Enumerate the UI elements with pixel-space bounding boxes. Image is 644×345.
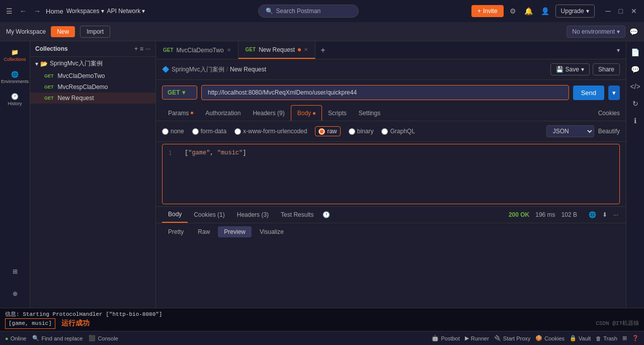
sidebar-item-environments[interactable]: 🌐 Environments xyxy=(5,67,25,88)
back-icon[interactable]: ← xyxy=(18,5,29,17)
option-none[interactable]: none xyxy=(162,128,184,135)
rs-refresh-icon[interactable]: ↻ xyxy=(629,97,641,111)
content-area: GET MvcClaDemoTwo ✕ GET New Request ✕ + … xyxy=(156,41,626,308)
send-dropdown[interactable]: ▾ xyxy=(608,85,620,100)
tab-scripts[interactable]: Scripts xyxy=(322,106,353,121)
upgrade-button[interactable]: Upgrade ▾ xyxy=(555,5,595,18)
home-link[interactable]: Home xyxy=(46,8,63,15)
sidebar-item-more[interactable]: ⊞ xyxy=(5,262,25,282)
prev-tab-pretty[interactable]: Pretty xyxy=(162,226,190,237)
tabs-dropdown[interactable]: ▾ xyxy=(615,45,622,56)
tab-body[interactable]: Body xyxy=(291,105,322,121)
settings-icon[interactable]: ⚙ xyxy=(508,5,518,17)
workspaces-menu[interactable]: Workspaces ▾ xyxy=(66,8,104,15)
online-indicator[interactable]: ● Online xyxy=(5,335,26,341)
forward-icon[interactable]: → xyxy=(32,5,43,17)
minimize-button[interactable]: ─ xyxy=(603,6,614,16)
sidebar-item-history[interactable]: 🕐 History xyxy=(5,90,25,110)
share-button[interactable]: Share xyxy=(593,63,620,75)
radio-form-data[interactable] xyxy=(192,128,199,135)
user-avatar[interactable]: 👤 xyxy=(539,5,551,17)
postbot-button[interactable]: 🤖 Postbot xyxy=(432,335,459,341)
rs-comment-icon[interactable]: 💬 xyxy=(628,62,642,76)
close-button[interactable]: ✕ xyxy=(628,6,640,16)
tab-mvcclademo[interactable]: GET MvcClaDemoTwo ✕ xyxy=(156,41,238,59)
format-select[interactable]: JSON Text JavaScript XML xyxy=(546,125,594,137)
console-line-2: [game, music] 运行成功 CSDN @IT机器猫 xyxy=(5,318,639,329)
bell-icon[interactable]: 🔔 xyxy=(522,5,535,17)
tab-add-button[interactable]: + xyxy=(315,46,330,55)
url-input[interactable] xyxy=(201,85,569,100)
find-replace-button[interactable]: 🔍 Find and replace xyxy=(32,335,83,341)
runner-button[interactable]: ▶ Runner xyxy=(465,335,489,341)
tab-authorization[interactable]: Authorization xyxy=(199,106,247,121)
more-resp-icon[interactable]: ··· xyxy=(612,210,620,220)
tab-close-1[interactable]: ✕ xyxy=(227,47,231,53)
option-raw[interactable]: raw xyxy=(315,126,340,136)
globe-icon[interactable]: 🌐 xyxy=(587,210,598,220)
option-x-www[interactable]: x-www-form-urlencoded xyxy=(234,128,307,135)
rs-info-icon[interactable]: ℹ xyxy=(631,114,639,128)
comment-icon[interactable]: 💬 xyxy=(629,28,638,36)
bottom-right: 🤖 Postbot ▶ Runner 🔌 Start Proxy 🍪 Cooki… xyxy=(432,335,639,341)
option-binary[interactable]: binary xyxy=(349,128,374,135)
tree-item-newrequest[interactable]: GET New Request xyxy=(30,93,155,104)
rs-doc-icon[interactable]: 📄 xyxy=(628,45,642,59)
tab-newrequest[interactable]: GET New Request ✕ xyxy=(238,41,316,59)
menu-icon[interactable]: ☰ xyxy=(4,5,15,17)
sort-icon[interactable]: ≡ xyxy=(140,45,143,52)
vault-button[interactable]: 🔒 Vault xyxy=(570,335,591,341)
radio-none[interactable] xyxy=(162,128,169,135)
send-button[interactable]: Send xyxy=(573,85,604,100)
tab-params[interactable]: Params xyxy=(162,106,199,121)
top-bar-right: + Invite ⚙ 🔔 👤 Upgrade ▾ ─ □ ✕ xyxy=(471,5,640,18)
prev-tab-visualize[interactable]: Visualize xyxy=(254,226,290,237)
trash-label: Trash xyxy=(603,335,617,341)
tab-settings[interactable]: Settings xyxy=(353,106,386,121)
radio-x-www[interactable] xyxy=(234,128,241,135)
save-resp-icon[interactable]: ⬇ xyxy=(601,210,609,220)
prev-tab-preview[interactable]: Preview xyxy=(218,226,252,237)
trash-button[interactable]: 🗑 Trash xyxy=(596,335,617,341)
add-collection-icon[interactable]: + xyxy=(134,45,138,52)
more-options-icon[interactable]: ··· xyxy=(145,45,150,52)
radio-raw[interactable] xyxy=(318,128,325,135)
radio-graphql[interactable] xyxy=(381,128,388,135)
rs-code-icon[interactable]: </> xyxy=(627,79,643,94)
grid-icon[interactable]: ⊞ xyxy=(622,335,627,341)
tree-item-mvcclademo[interactable]: GET MvcClaDemoTwo xyxy=(30,70,155,81)
help-icon[interactable]: ❓ xyxy=(632,335,639,341)
resp-tab-body[interactable]: Body xyxy=(162,207,188,223)
method-select[interactable]: GET ▾ xyxy=(162,85,197,100)
new-button[interactable]: New xyxy=(51,26,75,37)
beautify-button[interactable]: Beautify xyxy=(598,128,620,135)
cookies-bottom-button[interactable]: 🍪 Cookies xyxy=(535,335,565,341)
tree-folder-springmvc[interactable]: ▾ 📂 SpringMvc入门案例 xyxy=(30,57,155,70)
search-postman[interactable]: 🔍 Search Postman xyxy=(258,5,359,18)
item-name-mvcclademo: MvcClaDemoTwo xyxy=(58,72,105,79)
code-editor[interactable]: 1 ["game", "music"] xyxy=(162,144,620,204)
prev-tab-raw[interactable]: Raw xyxy=(192,226,216,237)
tab-headers[interactable]: Headers (9) xyxy=(247,106,290,121)
cookies-link[interactable]: Cookies xyxy=(598,110,620,117)
more-icon: ⊞ xyxy=(13,268,18,275)
api-network-menu[interactable]: API Network ▾ xyxy=(107,8,145,15)
resp-tab-tests[interactable]: Test Results xyxy=(275,207,319,222)
sidebar-item-collections[interactable]: 📁 Collections xyxy=(5,45,25,65)
tab-close-2[interactable]: ✕ xyxy=(304,47,308,52)
resp-tab-cookies[interactable]: Cookies (1) xyxy=(188,207,230,222)
resp-tab-headers[interactable]: Headers (3) xyxy=(231,207,275,222)
invite-button[interactable]: + Invite xyxy=(471,5,504,17)
option-graphql[interactable]: GraphQL xyxy=(381,128,415,135)
maximize-button[interactable]: □ xyxy=(616,6,626,16)
resp-history-icon[interactable]: 🕐 xyxy=(319,207,333,222)
no-environment[interactable]: No environment ▾ xyxy=(567,26,625,38)
save-button[interactable]: 💾 Save ▾ xyxy=(550,63,590,75)
sidebar-item-add[interactable]: ⊕ xyxy=(5,284,25,304)
tree-item-mvcrespcla[interactable]: GET MvcRespClaDemo xyxy=(30,81,155,93)
console-button[interactable]: ⬛ Console xyxy=(89,335,118,341)
import-button[interactable]: Import xyxy=(80,26,110,38)
start-proxy-button[interactable]: 🔌 Start Proxy xyxy=(494,335,530,341)
radio-binary[interactable] xyxy=(349,128,355,135)
option-form-data[interactable]: form-data xyxy=(192,128,226,135)
